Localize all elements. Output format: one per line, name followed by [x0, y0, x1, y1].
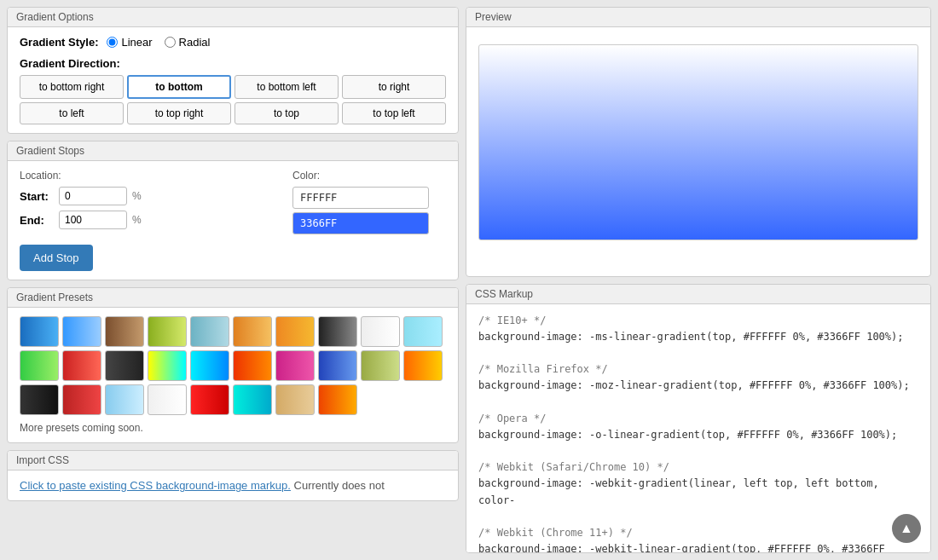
preset-swatch[interactable] [403, 316, 443, 347]
dir-btn-to-right[interactable]: to right [342, 75, 446, 99]
css-markup-line: /* Webkit (Chrome 11+) */ [478, 525, 918, 541]
preset-swatch[interactable] [318, 384, 357, 415]
stops-row: Location: Start: % End: % Color: FFFFFF [20, 170, 446, 238]
dir-btn-to-top-left[interactable]: to top left [342, 102, 446, 124]
preset-swatch[interactable] [275, 384, 315, 415]
preview-content [466, 27, 930, 257]
css-markup-line: background-image: -webkit-gradient(linea… [478, 476, 918, 508]
preview-title: Preview [466, 8, 930, 27]
gradient-presets-title: Gradient Presets [8, 288, 458, 308]
css-markup-line [478, 443, 918, 459]
dir-btn-to-top-right[interactable]: to top right [127, 102, 231, 124]
css-markup-line: background-image: -o-linear-gradient(top… [478, 427, 918, 443]
css-markup-line: /* Opera */ [478, 411, 918, 427]
preset-swatch[interactable] [148, 384, 187, 415]
css-markup-line [478, 394, 918, 410]
css-markup-line [478, 509, 918, 525]
right-panel: Preview CSS Markup /* IE10+ */background… [466, 7, 931, 553]
start-stop-row: Start: % [20, 187, 275, 205]
dir-btn-to-bottom-right[interactable]: to bottom right [20, 75, 124, 99]
gradient-preview [478, 44, 918, 240]
preset-swatch[interactable] [190, 350, 229, 381]
preset-swatch[interactable] [148, 350, 187, 381]
start-color-swatch[interactable]: FFFFFF [292, 187, 429, 209]
direction-grid: to bottom right to bottom to bottom left… [20, 75, 446, 124]
gradient-style-row: Gradient Style: Linear Radial [20, 36, 446, 49]
preview-panel: Preview [466, 7, 931, 277]
import-css-title: Import CSS [8, 451, 458, 471]
gradient-options-content: Gradient Style: Linear Radial Gradient D… [8, 27, 458, 133]
preset-swatch[interactable] [275, 350, 315, 381]
radial-radio-label[interactable]: Radial [165, 36, 211, 49]
css-markup-line: /* IE10+ */ [478, 313, 918, 329]
css-markup-line: /* Webkit (Safari/Chrome 10) */ [478, 459, 918, 476]
direction-label: Gradient Direction: [20, 57, 446, 70]
import-css-content: Click to paste existing CSS background-i… [8, 471, 458, 500]
preset-swatch[interactable] [62, 316, 101, 347]
preset-swatch[interactable] [361, 350, 400, 381]
preset-swatch[interactable] [318, 350, 357, 381]
import-css-link[interactable]: Click to paste existing CSS background-i… [20, 479, 291, 492]
presets-note: More presets coming soon. [20, 422, 446, 434]
gradient-presets-panel: Gradient Presets More presets coming soo… [7, 287, 459, 443]
left-panel: Gradient Options Gradient Style: Linear … [7, 7, 459, 553]
import-css-panel: Import CSS Click to paste existing CSS b… [7, 450, 459, 501]
start-location-input[interactable] [59, 187, 127, 205]
dir-btn-to-top[interactable]: to top [234, 102, 339, 124]
preset-swatch[interactable] [20, 316, 59, 347]
dir-btn-to-left[interactable]: to left [20, 102, 124, 124]
gradient-presets-content: More presets coming soon. [8, 308, 458, 442]
end-stop-row: End: % [20, 211, 275, 229]
gradient-stops-panel: Gradient Stops Location: Start: % End: % [7, 141, 459, 280]
scroll-top-button[interactable]: ▲ [892, 514, 921, 543]
gradient-options-panel: Gradient Options Gradient Style: Linear … [7, 7, 459, 134]
preset-swatch[interactable] [20, 384, 59, 415]
end-color-swatch[interactable]: 3366FF [292, 212, 429, 234]
preset-swatch[interactable] [233, 384, 272, 415]
preset-swatch[interactable] [105, 350, 144, 381]
css-markup-line: background-image: -ms-linear-gradient(to… [478, 329, 918, 345]
linear-radio-label[interactable]: Linear [107, 36, 152, 49]
preset-swatch[interactable] [148, 316, 187, 347]
add-stop-button[interactable]: Add Stop [20, 245, 93, 271]
gradient-style-radio-group: Linear Radial [107, 36, 210, 49]
preset-swatch[interactable] [105, 384, 144, 415]
preset-swatch[interactable] [62, 350, 101, 381]
radial-radio[interactable] [165, 37, 176, 48]
gradient-options-title: Gradient Options [8, 8, 458, 27]
gradient-stops-title: Gradient Stops [8, 141, 458, 161]
preset-swatch[interactable] [105, 316, 144, 347]
start-pct: % [132, 190, 142, 202]
preset-swatch[interactable] [403, 350, 443, 381]
presets-grid [20, 316, 446, 415]
preset-swatch[interactable] [361, 316, 400, 347]
end-location-input[interactable] [59, 211, 127, 229]
end-label: End: [20, 214, 54, 227]
preset-swatch[interactable] [20, 350, 59, 381]
css-markup-line: background-image: -webkit-linear-gradien… [478, 541, 918, 553]
css-markup-title: CSS Markup [466, 285, 930, 304]
preset-swatch[interactable] [190, 384, 229, 415]
stops-right: Color: FFFFFF 3366FF [292, 170, 446, 238]
preset-swatch[interactable] [275, 316, 315, 347]
linear-radio[interactable] [107, 37, 118, 48]
import-css-suffix: Currently does not [291, 479, 385, 492]
gradient-stops-content: Location: Start: % End: % Color: FFFFFF [8, 161, 458, 280]
linear-label: Linear [121, 36, 152, 49]
color-header: Color: [292, 170, 446, 182]
css-markup-content[interactable]: /* IE10+ */background-image: -ms-linear-… [466, 304, 930, 554]
preset-swatch[interactable] [233, 350, 272, 381]
gradient-style-label: Gradient Style: [20, 36, 98, 49]
css-markup-line: background-image: -moz-linear-gradient(t… [478, 378, 918, 394]
dir-btn-to-bottom[interactable]: to bottom [127, 75, 231, 99]
preset-swatch[interactable] [318, 316, 357, 347]
dir-btn-to-bottom-left[interactable]: to bottom left [234, 75, 339, 99]
css-markup-line [478, 345, 918, 361]
preset-swatch[interactable] [233, 316, 272, 347]
preset-swatch[interactable] [190, 316, 229, 347]
preset-swatch[interactable] [62, 384, 101, 415]
css-markup-line: /* Mozilla Firefox */ [478, 361, 918, 378]
stops-left: Location: Start: % End: % [20, 170, 275, 234]
css-markup-panel: CSS Markup /* IE10+ */background-image: … [466, 284, 931, 554]
start-label: Start: [20, 190, 54, 203]
